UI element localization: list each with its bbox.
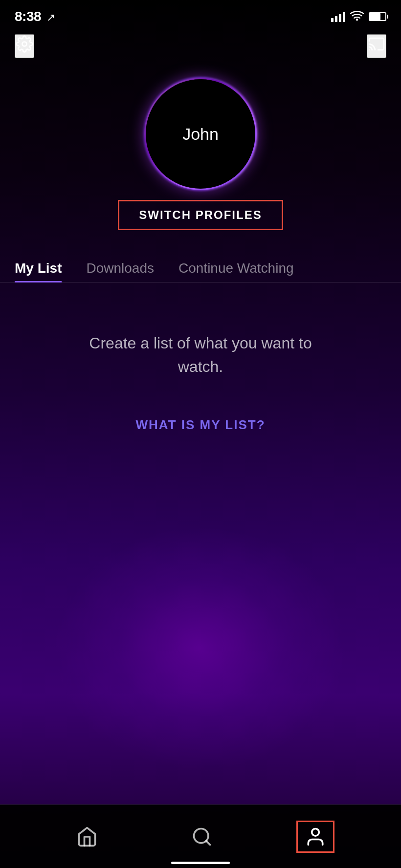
nav-home-button[interactable] <box>67 821 108 852</box>
home-icon <box>76 826 98 847</box>
home-indicator <box>171 862 230 864</box>
wifi-icon <box>350 10 364 23</box>
top-bar <box>0 29 401 63</box>
profile-avatar: John <box>144 78 257 190</box>
location-arrow-icon: ↗ <box>46 11 55 23</box>
status-icons <box>331 10 386 23</box>
profile-name: John <box>182 125 219 144</box>
tab-continue-watching[interactable]: Continue Watching <box>178 255 294 282</box>
search-icon <box>191 826 213 847</box>
bottom-navigation <box>0 804 401 868</box>
battery-icon <box>369 12 386 21</box>
empty-list-message: Create a list of what you want to watch. <box>78 331 323 378</box>
svg-point-1 <box>22 42 27 46</box>
svg-point-0 <box>356 19 357 20</box>
cast-button[interactable] <box>367 34 386 58</box>
what-is-my-list-link[interactable]: WHAT IS MY LIST? <box>135 417 265 433</box>
svg-line-4 <box>206 841 210 845</box>
switch-profiles-button[interactable]: SWITCH PROFILES <box>118 200 283 230</box>
profile-section: John SWITCH PROFILES <box>0 63 401 240</box>
status-time: 8:38 <box>15 9 41 24</box>
status-bar: 8:38 ↗ <box>0 0 401 29</box>
tabs-container: My List Downloads Continue Watching <box>0 255 401 282</box>
main-content: Create a list of what you want to watch.… <box>0 282 401 804</box>
status-time-container: 8:38 ↗ <box>15 9 55 24</box>
user-icon <box>305 826 326 847</box>
nav-profile-button[interactable] <box>296 821 334 853</box>
tab-downloads[interactable]: Downloads <box>86 255 154 282</box>
settings-button[interactable] <box>15 34 34 58</box>
signal-icon <box>331 11 345 22</box>
tab-my-list[interactable]: My List <box>15 255 62 282</box>
svg-point-5 <box>312 828 319 836</box>
nav-search-button[interactable] <box>181 821 223 852</box>
